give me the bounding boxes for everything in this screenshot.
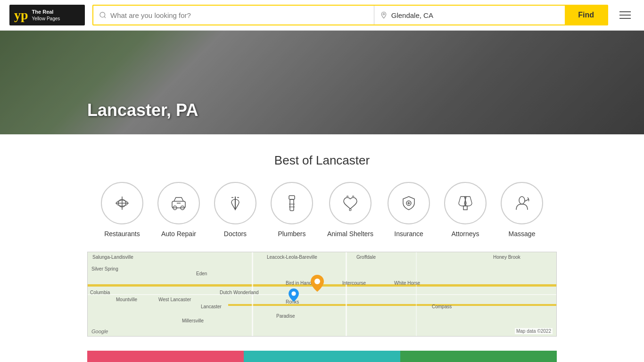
popular-businesses-card[interactable]: Popular Businesses in Lancaster xyxy=(87,351,244,362)
location-icon xyxy=(380,11,388,19)
category-restaurants[interactable]: Restaurants xyxy=(101,182,143,238)
category-circle-restaurants xyxy=(101,182,143,224)
search-icon xyxy=(99,11,107,19)
category-circle-auto-repair xyxy=(157,182,200,224)
map-label-leacock: Leacock-Leola-Bareville xyxy=(267,255,317,260)
map-pin-icon-secondary xyxy=(289,288,299,302)
trending-searches-card[interactable]: Trending Searches in Lancaster xyxy=(244,351,400,362)
map-attribution: Map data ©2022 xyxy=(515,328,553,334)
doctors-icon xyxy=(225,193,246,214)
category-circle-insurance xyxy=(388,182,430,224)
nearby-cities-card[interactable]: Nearby Cities in Lancaster xyxy=(400,351,557,362)
svg-rect-22 xyxy=(463,206,467,210)
category-label-restaurants: Restaurants xyxy=(104,230,140,238)
search-what-container xyxy=(93,6,374,25)
logo-yp: yp xyxy=(14,8,28,23)
auto-repair-icon xyxy=(168,193,189,214)
map-label-mountville: Mountville xyxy=(116,297,137,302)
map-road-yellow-2 xyxy=(228,304,556,306)
svg-point-0 xyxy=(100,12,105,17)
map-label-columbia: Columbia xyxy=(90,290,110,295)
hamburger-menu[interactable] xyxy=(616,8,635,23)
hamburger-line2 xyxy=(619,15,631,16)
category-circle-doctors xyxy=(214,182,256,224)
search-input[interactable] xyxy=(110,11,368,19)
svg-rect-7 xyxy=(172,201,185,208)
category-circle-plumbers xyxy=(271,182,313,224)
map-label-eden: Eden xyxy=(196,271,207,276)
map-label-compass: Compass xyxy=(432,304,452,309)
category-label-insurance: Insurance xyxy=(394,230,423,238)
best-of-title: Best of Lancaster xyxy=(9,153,635,168)
svg-line-1 xyxy=(104,16,106,18)
category-label-massage: Massage xyxy=(509,230,536,238)
category-insurance[interactable]: Insurance xyxy=(388,182,430,238)
bottom-cards: Popular Businesses in Lancaster Trending… xyxy=(87,351,557,362)
category-label-doctors: Doctors xyxy=(224,230,247,238)
logo[interactable]: yp The Real Yellow Pages xyxy=(9,5,85,25)
category-label-plumbers: Plumbers xyxy=(278,230,305,238)
google-logo: Google xyxy=(91,329,108,334)
svg-rect-15 xyxy=(290,199,294,211)
insurance-icon xyxy=(398,193,419,214)
hamburger-line1 xyxy=(619,11,631,12)
logo-text: The Real Yellow Pages xyxy=(32,8,60,21)
category-circle-animal-shelters xyxy=(329,182,372,224)
hero-city-title: Lancaster, PA xyxy=(87,100,198,120)
map-label-intercourse: Intercourse xyxy=(342,280,366,286)
map-label-west-lancaster: West Lancaster xyxy=(158,297,191,302)
map-label-paradise: Paradise xyxy=(276,313,295,319)
map-label-salunga: Salunga-Landisville xyxy=(92,255,133,260)
category-auto-repair[interactable]: Auto Repair xyxy=(157,182,200,238)
map-display: Salunga-Landisville Silver Spring Columb… xyxy=(88,252,556,336)
hamburger-line3 xyxy=(619,18,631,19)
map-road-white-h1 xyxy=(88,294,556,295)
map-pin-main xyxy=(311,275,324,294)
best-of-section: Best of Lancaster Restaurants xyxy=(0,134,644,252)
category-animal-shelters[interactable]: Animal Shelters xyxy=(327,182,373,238)
massage-icon xyxy=(512,193,532,214)
category-circle-massage xyxy=(501,182,543,224)
category-label-animal-shelters: Animal Shelters xyxy=(327,230,373,238)
category-massage[interactable]: Massage xyxy=(501,182,543,238)
categories-grid: Restaurants Auto Repair xyxy=(9,182,635,238)
restaurants-icon xyxy=(112,193,132,214)
map-label-lancaster: Lancaster xyxy=(201,304,222,309)
svg-line-26 xyxy=(525,199,528,201)
search-bar: Find xyxy=(92,5,608,25)
map-label-dutch-wonderland: Dutch Wonderland xyxy=(220,290,259,295)
map-label-groffdale: Groffdale xyxy=(356,255,376,260)
category-plumbers[interactable]: Plumbers xyxy=(271,182,313,238)
map-label-honey-brook: Honey Brook xyxy=(493,255,520,260)
search-where-container xyxy=(374,6,565,25)
map-section[interactable]: Salunga-Landisville Silver Spring Columb… xyxy=(87,252,557,337)
category-label-auto-repair: Auto Repair xyxy=(161,230,196,238)
attorneys-icon xyxy=(455,193,476,214)
map-label-bird-in-hand: Bird in Hand xyxy=(286,280,312,286)
map-pin-icon-main xyxy=(311,275,324,292)
header: yp The Real Yellow Pages Find xyxy=(0,0,644,31)
map-label-white-horse: White Horse xyxy=(394,280,420,286)
category-attorneys[interactable]: Attorneys xyxy=(444,182,487,238)
svg-rect-14 xyxy=(289,196,295,199)
map-label-silver-spring: Silver Spring xyxy=(91,266,118,272)
plumbers-icon xyxy=(281,193,302,214)
map-pin-secondary xyxy=(289,288,299,304)
location-input[interactable] xyxy=(391,11,560,19)
svg-point-28 xyxy=(292,291,296,296)
find-button[interactable]: Find xyxy=(565,6,607,25)
category-doctors[interactable]: Doctors xyxy=(214,182,256,238)
svg-point-27 xyxy=(314,279,320,284)
hero-section: Lancaster, PA xyxy=(0,31,644,134)
svg-point-2 xyxy=(383,13,384,15)
svg-point-25 xyxy=(519,197,525,204)
map-label-millersville: Millersville xyxy=(182,318,204,323)
animal-shelters-icon xyxy=(340,193,361,214)
category-label-attorneys: Attorneys xyxy=(451,230,479,238)
category-circle-attorneys xyxy=(444,182,487,224)
